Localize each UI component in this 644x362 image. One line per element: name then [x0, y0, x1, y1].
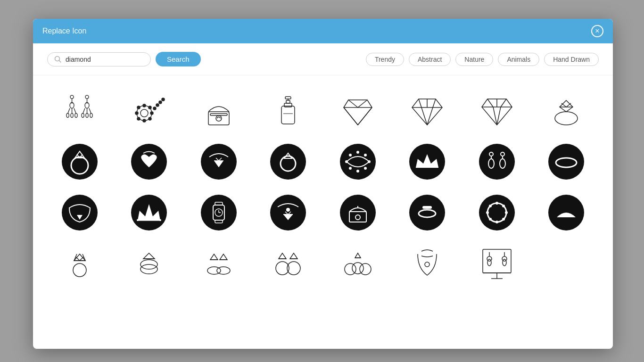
svg-line-48	[358, 107, 372, 125]
svg-line-13	[89, 108, 91, 114]
icon-grid	[47, 80, 599, 294]
svg-point-179	[503, 259, 506, 266]
svg-marker-167	[355, 253, 361, 258]
svg-point-33	[162, 98, 165, 101]
svg-point-14	[66, 113, 69, 117]
svg-marker-150	[143, 253, 155, 259]
modal-header: Replace Icon ×	[33, 19, 613, 43]
icon-watch-circle[interactable]	[186, 191, 251, 234]
svg-line-10	[74, 108, 76, 114]
icon-wedding-rings-outline[interactable]	[256, 242, 321, 285]
search-input[interactable]	[66, 56, 144, 63]
svg-point-136	[495, 221, 498, 223]
svg-point-91	[356, 170, 359, 173]
svg-point-23	[149, 106, 151, 109]
svg-line-144	[76, 257, 80, 261]
svg-point-132	[495, 202, 498, 205]
icon-earrings-chandelier[interactable]	[47, 90, 112, 132]
search-button[interactable]: Search	[156, 52, 201, 66]
search-area: Search	[47, 52, 201, 66]
svg-point-133	[502, 205, 505, 207]
svg-marker-162	[290, 253, 297, 259]
svg-point-22	[143, 104, 146, 107]
filter-hand-drawn[interactable]: Hand Drawn	[544, 53, 599, 66]
filter-trendy[interactable]: Trendy	[366, 53, 404, 66]
icon-ring-diamond[interactable]	[534, 90, 599, 132]
svg-line-145	[80, 257, 83, 261]
svg-point-29	[137, 106, 140, 109]
svg-point-164	[345, 263, 356, 275]
search-icon	[54, 56, 62, 63]
svg-line-66	[561, 103, 566, 107]
svg-rect-170	[483, 249, 511, 273]
svg-line-54	[427, 107, 433, 125]
icon-ring-pearls[interactable]	[117, 90, 182, 132]
icon-necklace-gem-circle[interactable]	[186, 140, 251, 183]
filter-abstract[interactable]: Abstract	[409, 53, 451, 66]
svg-line-47	[344, 107, 358, 125]
svg-marker-154	[210, 254, 218, 260]
svg-point-135	[502, 218, 505, 221]
icon-double-ring-outline[interactable]	[186, 242, 251, 285]
icon-diamond-ring-outline[interactable]	[47, 242, 112, 285]
svg-point-108	[137, 219, 139, 221]
icon-ring-circle[interactable]	[256, 140, 321, 183]
icon-crown-circle[interactable]	[117, 191, 182, 234]
icon-earring-stand-outline[interactable]	[464, 242, 529, 285]
icon-diamond-outline[interactable]	[395, 90, 460, 132]
icon-necklace-simple-circle[interactable]	[47, 191, 112, 234]
svg-point-30	[153, 107, 156, 110]
icon-ring-black-circle[interactable]	[47, 140, 112, 183]
svg-point-89	[368, 160, 371, 163]
icon-diamond-gem[interactable]	[325, 90, 390, 132]
svg-point-95	[479, 144, 515, 180]
svg-marker-64	[560, 100, 573, 112]
svg-point-28	[135, 112, 138, 115]
svg-point-88	[364, 154, 367, 156]
svg-point-86	[349, 154, 352, 156]
svg-point-25	[149, 117, 151, 120]
svg-point-21	[140, 109, 148, 117]
icon-earrings-drop-circle[interactable]	[464, 140, 529, 183]
icon-necklace-heart-circle[interactable]	[117, 140, 182, 183]
icon-perfume-bottle[interactable]	[256, 90, 321, 132]
svg-point-104	[62, 195, 98, 230]
icon-jewelry-box-open[interactable]	[186, 90, 251, 132]
svg-line-46	[358, 100, 367, 107]
svg-line-51	[419, 99, 421, 107]
svg-point-63	[555, 112, 578, 125]
icon-necklace-pearls-circle[interactable]	[325, 140, 390, 183]
svg-point-19	[90, 113, 92, 117]
icon-partial-left[interactable]	[534, 191, 599, 234]
filter-nature[interactable]: Nature	[455, 53, 493, 66]
svg-point-127	[409, 195, 445, 230]
svg-point-18	[86, 113, 88, 117]
icon-bangle-circle[interactable]	[395, 191, 460, 234]
icon-necklace-pendant-circle[interactable]	[256, 191, 321, 234]
svg-rect-129	[422, 206, 432, 209]
icon-necklace-bust-outline[interactable]	[395, 242, 460, 285]
icon-bracelet-circle[interactable]	[534, 140, 599, 183]
svg-point-134	[505, 211, 508, 214]
search-input-wrap	[47, 52, 151, 66]
svg-point-16	[75, 113, 77, 117]
close-button[interactable]: ×	[591, 25, 603, 37]
icon-triple-rings-outline[interactable]	[325, 242, 390, 285]
icon-simple-ring-outline[interactable]	[117, 242, 182, 285]
icon-diamond-outline-2[interactable]	[464, 90, 529, 132]
icon-tiara-circle[interactable]	[395, 140, 460, 183]
svg-point-176	[487, 259, 491, 266]
svg-line-59	[501, 99, 506, 107]
svg-line-11	[83, 108, 85, 114]
icon-beaded-bracelet-circle[interactable]	[464, 191, 529, 234]
svg-point-169	[425, 262, 429, 267]
svg-rect-37	[281, 106, 295, 124]
filter-animals[interactable]: Animals	[498, 53, 539, 66]
modal-title: Replace Icon	[42, 27, 86, 35]
icon-jewelry-box-circle[interactable]	[325, 191, 390, 234]
svg-point-85	[345, 160, 348, 163]
svg-point-139	[489, 205, 492, 207]
svg-point-109	[159, 219, 161, 221]
svg-point-117	[270, 195, 306, 230]
svg-line-45	[348, 100, 358, 107]
